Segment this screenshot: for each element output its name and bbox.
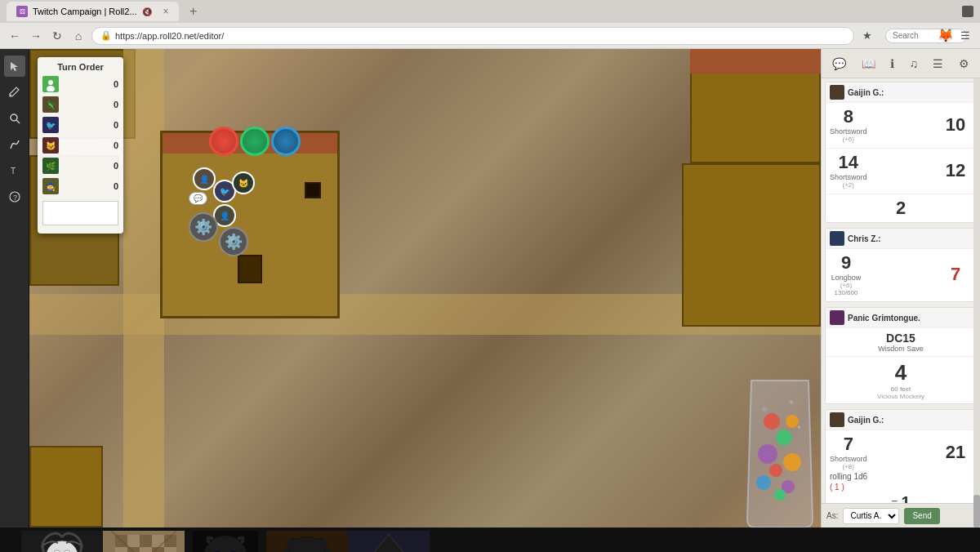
gaijin-avatar xyxy=(193,531,258,552)
chrisz-avatar: ★ xyxy=(356,531,421,552)
roll-header-panic: Panic Grimtongue. xyxy=(826,308,976,328)
building-central xyxy=(160,131,340,318)
svg-text:T: T xyxy=(11,167,16,176)
tab-mute-icon: 🔇 xyxy=(142,7,152,16)
svg-point-0 xyxy=(11,114,17,121)
roll-sublabel-gaijin-2: (+8) xyxy=(830,463,867,470)
as-select[interactable]: Curtis A. xyxy=(843,508,899,524)
roll-header-gaijin-2: Gaijin G.: xyxy=(826,410,976,430)
dice-cup: ✦ ✦ ✦ xyxy=(739,356,821,528)
bookmark-icon[interactable]: ★ xyxy=(859,28,875,44)
monty-avatar xyxy=(29,531,95,552)
draw-tool[interactable] xyxy=(4,82,25,103)
cursor-tool[interactable] xyxy=(4,56,25,77)
gear-token-2[interactable]: ⚙️ xyxy=(219,227,248,256)
char-card-curtis[interactable]: Curtis A xyxy=(103,531,185,552)
turn-item-5: 🌿 0 xyxy=(42,157,118,175)
window xyxy=(305,182,321,198)
character-tokens-3: 🐱 xyxy=(232,171,255,194)
roll-body-chrisz: 9 Longbow (+6) 130/600 7 xyxy=(826,249,976,301)
roll-dice-result: ( 1 ) xyxy=(830,483,972,492)
svg-point-11 xyxy=(783,453,801,471)
roll-num-left-1: 8 xyxy=(830,106,867,127)
right-scrollbar[interactable] xyxy=(973,78,980,528)
roll-name-panic: Panic Grimtongue. xyxy=(848,314,920,323)
help-button[interactable]: ? xyxy=(4,186,25,207)
char-token-1[interactable]: 👤 xyxy=(193,167,216,190)
list-icon[interactable]: ☰ xyxy=(933,57,943,70)
char-card-monty[interactable]: Monty xyxy=(21,531,103,552)
forward-button[interactable]: → xyxy=(28,28,44,44)
map-container[interactable]: 👤 🐦 👤 🐱 ⚙️ ⚙️ 💬 Turn Order 0 xyxy=(29,49,821,528)
roll-dc-value: DC15 xyxy=(830,332,972,345)
char-token-4[interactable]: 🐱 xyxy=(232,171,255,194)
browser-minimize[interactable] xyxy=(962,6,973,17)
turn-avatar-3: 🐦 xyxy=(42,117,59,133)
token-blue[interactable] xyxy=(271,127,301,156)
speech-bubble: 💬 xyxy=(189,192,207,205)
active-tab[interactable]: ⚄ Twitch Campaign | Roll2... 🔇 × xyxy=(7,2,179,21)
token-red[interactable] xyxy=(209,127,238,156)
info-icon[interactable]: ℹ xyxy=(890,57,894,70)
text-tool[interactable]: T xyxy=(4,160,25,181)
nav-actions: ★ ↓ ⌂ 🦊 ☰ xyxy=(859,28,973,44)
url-bar[interactable]: 🔒 https://app.roll20.net/editor/ xyxy=(91,27,854,45)
menu-button[interactable]: ☰ xyxy=(957,28,973,44)
tab-close-button[interactable]: × xyxy=(163,6,169,17)
svg-point-14 xyxy=(774,489,786,501)
roll-num-chrisz-left: 9 xyxy=(830,252,862,274)
send-button[interactable]: Send xyxy=(904,508,939,524)
svg-point-8 xyxy=(758,444,777,464)
svg-rect-30 xyxy=(152,535,164,547)
token-green[interactable] xyxy=(240,127,270,156)
zoom-tool[interactable] xyxy=(4,108,25,129)
roll-num-chrisz-right: 7 xyxy=(939,264,972,285)
gear-icon[interactable]: ⚙ xyxy=(959,57,969,70)
hp-bar-chrisz: 130/600 xyxy=(830,289,862,296)
roll-name-gaijin: Gaijin G.: xyxy=(848,88,884,97)
svg-point-9 xyxy=(776,430,792,446)
building-bottom-left xyxy=(29,446,103,528)
reload-button[interactable]: ↻ xyxy=(49,28,65,44)
firefox-icon: 🦊 xyxy=(938,28,954,44)
turn-order-textarea[interactable] xyxy=(42,201,118,225)
turn-score-1: 0 xyxy=(114,79,118,89)
char-card-connor[interactable]: Connor M xyxy=(266,531,348,552)
roll-numbers-chrisz: 9 Longbow (+6) 130/600 7 xyxy=(830,252,972,296)
svg-rect-29 xyxy=(140,535,152,547)
jukebox-icon[interactable]: ♫ xyxy=(909,57,918,70)
chat-icon[interactable]: 💬 xyxy=(832,57,846,70)
roll-label-gaijin-2: Shortsword xyxy=(830,455,867,463)
gaijin-portrait xyxy=(185,531,266,552)
gear-token-1[interactable]: ⚙️ xyxy=(189,212,218,242)
roll-num-gaijin2-right: 21 xyxy=(939,442,972,463)
character-bar: ◀ Monty xyxy=(0,528,980,552)
scrollbar-thumb[interactable] xyxy=(973,495,980,528)
tab-favicon: ⚄ xyxy=(16,6,28,17)
roll-panic-feet: 60 feet xyxy=(830,385,972,393)
door xyxy=(238,255,262,283)
roll-numbers-gaijin-2: 7 Shortsword (+8) 21 xyxy=(830,434,972,470)
roll-rolling-text: rolling 1d6 xyxy=(830,472,972,481)
connor-portrait xyxy=(266,531,348,552)
journal-icon[interactable]: 📖 xyxy=(862,57,875,70)
freehand-tool[interactable] xyxy=(4,134,25,155)
roll-avatar-gaijin-2 xyxy=(830,412,844,427)
char-card-chrisz[interactable]: ★ Chris Z xyxy=(348,531,430,552)
back-button[interactable]: ← xyxy=(7,28,23,44)
search-input[interactable] xyxy=(918,28,934,44)
turn-item-6: 🧙 0 xyxy=(42,177,118,195)
turn-avatar-2: 🦎 xyxy=(42,96,59,113)
search-field[interactable] xyxy=(885,29,967,43)
turn-avatar-6: 🧙 xyxy=(42,178,59,194)
url-text: https://app.roll20.net/editor/ xyxy=(115,31,224,41)
character-tokens: 👤 xyxy=(193,167,216,190)
new-tab-button[interactable]: + xyxy=(185,3,202,20)
home-button[interactable]: ⌂ xyxy=(70,28,87,44)
map-background: 👤 🐦 👤 🐱 ⚙️ ⚙️ 💬 xyxy=(29,49,821,528)
monty-portrait xyxy=(21,531,103,552)
char-card-gaijin[interactable]: Gaijin G xyxy=(185,531,266,552)
roll-body-panic-roll: 4 60 feet Vicious Mockery xyxy=(826,356,976,403)
turn-order-panel: Turn Order 0 🦎 0 🐦 0 xyxy=(38,57,123,234)
roll-body-panic-dc: DC15 Wisdom Save xyxy=(826,328,976,356)
